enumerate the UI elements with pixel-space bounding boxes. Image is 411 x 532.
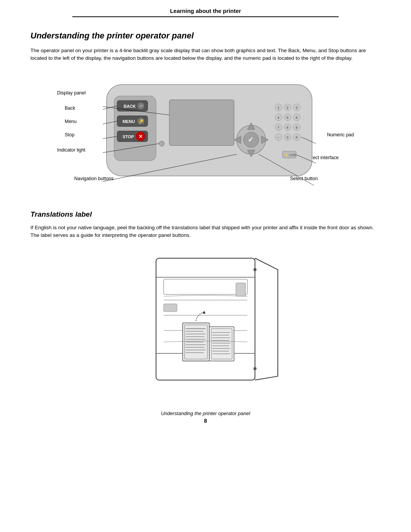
- svg-point-92: [253, 268, 256, 271]
- svg-rect-61: [164, 279, 247, 294]
- translations-heading: Translations label: [30, 210, 381, 219]
- svg-rect-91: [164, 304, 177, 312]
- translations-text: If English is not your native language, …: [30, 224, 381, 240]
- svg-text:✕: ✕: [139, 134, 143, 139]
- svg-text:#: #: [296, 136, 298, 139]
- label-display-panel: Display panel: [57, 90, 86, 96]
- printer-image-svg: [126, 247, 285, 391]
- svg-text:⚡USB: ⚡USB: [285, 153, 296, 157]
- svg-point-14: [159, 141, 164, 146]
- svg-text:←: ←: [277, 136, 280, 139]
- label-numeric: Numeric pad: [327, 132, 354, 137]
- svg-text:4: 4: [277, 116, 279, 120]
- svg-rect-80: [211, 329, 232, 359]
- label-indicator: Indicator light: [57, 147, 85, 153]
- printer-panel-svg: BACK ↺ MENU 🔑 STOP ✕ ✓: [103, 81, 316, 187]
- svg-text:3: 3: [296, 106, 298, 110]
- svg-text:6: 6: [296, 116, 298, 120]
- svg-text:MENU: MENU: [123, 119, 135, 124]
- header-divider: [72, 16, 339, 17]
- svg-point-93: [253, 367, 256, 370]
- svg-text:STOP: STOP: [123, 134, 134, 139]
- svg-rect-15: [169, 100, 234, 145]
- footer-text: Understanding the printer operator panel: [30, 411, 381, 416]
- page-footer: Understanding the printer operator panel…: [30, 403, 381, 430]
- intro-text: The operator panel on your printer is a …: [30, 47, 381, 62]
- svg-text:8: 8: [287, 126, 288, 129]
- svg-text:2: 2: [287, 106, 288, 110]
- svg-text:BACK: BACK: [124, 104, 136, 109]
- label-stop: Stop: [65, 132, 75, 137]
- main-heading: Understanding the printer operator panel: [30, 31, 381, 41]
- svg-text:↺: ↺: [139, 104, 142, 108]
- svg-text:9: 9: [296, 126, 298, 129]
- header-title: Learning about the printer: [30, 8, 381, 14]
- printer-image-container: [30, 247, 381, 391]
- svg-text:1: 1: [277, 106, 279, 110]
- svg-rect-58: [156, 258, 255, 380]
- svg-text:🔑: 🔑: [139, 119, 144, 124]
- printer-panel-diagram: Display panel Back Menu Stop Indicator l…: [57, 69, 354, 199]
- page-header: Learning about the printer: [30, 0, 381, 20]
- svg-rect-90: [236, 283, 245, 296]
- svg-text:✓: ✓: [248, 136, 253, 144]
- svg-text:0: 0: [287, 136, 288, 139]
- svg-text:5: 5: [287, 116, 288, 120]
- label-back: Back: [65, 105, 75, 111]
- svg-text:7: 7: [277, 126, 279, 129]
- footer-page: 8: [30, 418, 381, 424]
- label-menu: Menu: [65, 119, 76, 124]
